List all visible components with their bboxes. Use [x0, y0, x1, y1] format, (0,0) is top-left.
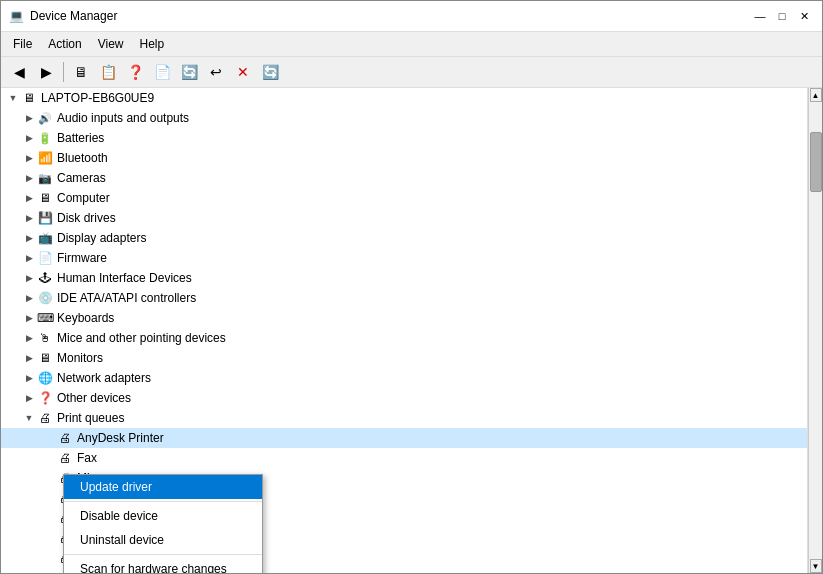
list-item[interactable]: ▶ ❓ Other devices	[1, 388, 807, 408]
expand-icon[interactable]: ▶	[21, 370, 37, 386]
tree-panel[interactable]: ▼ 🖥 LAPTOP-EB6G0UE9 ▶ Audio inputs and o…	[1, 88, 808, 573]
list-item[interactable]: ▶ 🖱 Mice and other pointing devices	[1, 328, 807, 348]
list-item[interactable]: ▶ 📶 Bluetooth	[1, 148, 807, 168]
hid-icon: 🕹	[37, 270, 53, 286]
menu-view[interactable]: View	[90, 34, 132, 54]
item-label: Cameras	[57, 171, 106, 185]
expand-icon	[41, 490, 57, 506]
window-title: Device Manager	[30, 9, 117, 23]
keyboard-icon: ⌨	[37, 310, 53, 326]
audio-icon	[37, 110, 53, 126]
content-area: ▼ 🖥 LAPTOP-EB6G0UE9 ▶ Audio inputs and o…	[1, 88, 822, 573]
expand-icon[interactable]: ▶	[21, 250, 37, 266]
menu-help[interactable]: Help	[132, 34, 173, 54]
list-item[interactable]: ▶ 🌐 Network adapters	[1, 368, 807, 388]
ctx-scan-hardware[interactable]: Scan for hardware changes	[64, 557, 262, 573]
firmware-icon: 📄	[37, 250, 53, 266]
anydesk-printer-item[interactable]: 🖨 AnyDesk Printer	[1, 428, 807, 448]
list-item[interactable]: ▶ ⌨ Keyboards	[1, 308, 807, 328]
scroll-down-btn[interactable]: ▼	[810, 559, 822, 573]
expand-icon	[41, 430, 57, 446]
expand-icon[interactable]: ▶	[21, 330, 37, 346]
scroll-up-btn[interactable]: ▲	[810, 88, 822, 102]
other-icon: ❓	[37, 390, 53, 406]
window-icon: 💻	[9, 9, 24, 23]
list-item[interactable]: ▶ 💾 Disk drives	[1, 208, 807, 228]
close-button[interactable]: ✕	[794, 7, 814, 25]
list-item[interactable]: ▶ 🕹 Human Interface Devices	[1, 268, 807, 288]
toolbar-rollback[interactable]: ↩	[204, 60, 228, 84]
expand-icon[interactable]: ▶	[21, 150, 37, 166]
list-item[interactable]: ▼ 🖨 Print queues	[1, 408, 807, 428]
item-label: Audio inputs and outputs	[57, 111, 189, 125]
list-item[interactable]: ▶ Cameras	[1, 168, 807, 188]
expand-icon[interactable]: ▶	[21, 230, 37, 246]
battery-icon	[37, 130, 53, 146]
printer-icon: 🖨	[57, 430, 73, 446]
item-label: Batteries	[57, 131, 104, 145]
ctx-sep-1	[64, 501, 262, 502]
toolbar-scan[interactable]: 🔄	[258, 60, 282, 84]
toolbar-update[interactable]: 🔄	[177, 60, 201, 84]
list-item[interactable]: ▶ Audio inputs and outputs	[1, 108, 807, 128]
item-label: IDE ATA/ATAPI controllers	[57, 291, 196, 305]
printer-icon: 🖨	[57, 450, 73, 466]
ctx-update-driver[interactable]: Update driver	[64, 475, 262, 499]
title-bar-controls: — □ ✕	[750, 7, 814, 25]
list-item[interactable]: ▶ 🖥 Monitors	[1, 348, 807, 368]
minimize-button[interactable]: —	[750, 7, 770, 25]
maximize-button[interactable]: □	[772, 7, 792, 25]
item-label: Disk drives	[57, 211, 116, 225]
expand-icon[interactable]: ▼	[21, 410, 37, 426]
expand-icon[interactable]: ▶	[21, 570, 37, 573]
scrollbar-thumb[interactable]	[810, 132, 822, 192]
expand-icon	[41, 550, 57, 566]
item-label: Other devices	[57, 391, 131, 405]
ctx-uninstall-device[interactable]: Uninstall device	[64, 528, 262, 552]
item-label: AnyDesk Printer	[77, 431, 164, 445]
expand-root[interactable]: ▼	[5, 90, 21, 106]
menu-bar: File Action View Help	[1, 32, 822, 57]
expand-icon[interactable]: ▶	[21, 130, 37, 146]
list-item[interactable]: ▶ 🖥 Computer	[1, 188, 807, 208]
title-bar-left: 💻 Device Manager	[9, 9, 117, 23]
toolbar-uninstall[interactable]: ✕	[231, 60, 255, 84]
expand-icon[interactable]: ▶	[21, 210, 37, 226]
toolbar-back[interactable]: ◀	[7, 60, 31, 84]
ctx-disable-device[interactable]: Disable device	[64, 504, 262, 528]
list-item[interactable]: ▶ Batteries	[1, 128, 807, 148]
toolbar: ◀ ▶ 🖥 📋 ❓ 📄 🔄 ↩ ✕ 🔄	[1, 57, 822, 88]
tree-root[interactable]: ▼ 🖥 LAPTOP-EB6G0UE9	[1, 88, 807, 108]
item-label: Bluetooth	[57, 151, 108, 165]
scrollbar[interactable]: ▲ ▼	[808, 88, 822, 573]
expand-icon[interactable]: ▶	[21, 310, 37, 326]
expand-icon[interactable]: ▶	[21, 290, 37, 306]
item-label: Monitors	[57, 351, 103, 365]
list-item[interactable]: ▶ 💿 IDE ATA/ATAPI controllers	[1, 288, 807, 308]
toolbar-doc[interactable]: 📄	[150, 60, 174, 84]
expand-icon[interactable]: ▶	[21, 270, 37, 286]
list-item[interactable]: ▶ 📄 Firmware	[1, 248, 807, 268]
expand-icon[interactable]: ▶	[21, 350, 37, 366]
expand-icon	[41, 450, 57, 466]
expand-icon[interactable]: ▶	[21, 190, 37, 206]
toolbar-computer[interactable]: 🖥	[69, 60, 93, 84]
item-label: Keyboards	[57, 311, 114, 325]
device-manager-window: 💻 Device Manager — □ ✕ File Action View …	[0, 0, 823, 574]
expand-icon	[41, 530, 57, 546]
expand-icon[interactable]: ▶	[21, 110, 37, 126]
computer-icon: 🖥	[37, 190, 53, 206]
item-label: Mice and other pointing devices	[57, 331, 226, 345]
expand-icon[interactable]: ▶	[21, 390, 37, 406]
expand-icon	[41, 510, 57, 526]
toolbar-help[interactable]: ❓	[123, 60, 147, 84]
expand-icon	[41, 470, 57, 486]
expand-icon[interactable]: ▶	[21, 170, 37, 186]
list-item[interactable]: 🖨 Fax	[1, 448, 807, 468]
toolbar-properties[interactable]: 📋	[96, 60, 120, 84]
menu-action[interactable]: Action	[40, 34, 89, 54]
toolbar-forward[interactable]: ▶	[34, 60, 58, 84]
list-item[interactable]: ▶ 📺 Display adapters	[1, 228, 807, 248]
title-bar: 💻 Device Manager — □ ✕	[1, 1, 822, 32]
menu-file[interactable]: File	[5, 34, 40, 54]
